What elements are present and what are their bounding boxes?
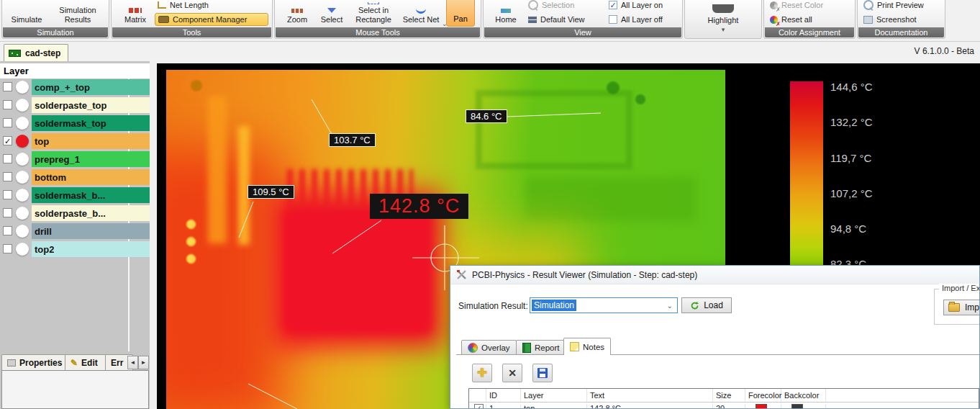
tab-properties[interactable]: Properties — [1, 354, 75, 370]
temperature-annotation[interactable]: 103.7 °C — [329, 133, 376, 147]
layer-color-circle[interactable] — [16, 189, 29, 202]
zoom-label: Zoom — [287, 15, 307, 24]
layer-row-top[interactable]: ✓ top — [0, 133, 150, 149]
layer-visibility-checkbox[interactable] — [3, 172, 12, 181]
simulate-button[interactable]: Simulate — [5, 0, 48, 27]
layer-row-top2[interactable]: top2 — [0, 241, 150, 257]
arrow-right-icon: ► — [141, 359, 147, 366]
select-in-rectangle-button[interactable]: Select in Rectangle — [351, 0, 396, 27]
layer-color-circle[interactable] — [16, 225, 29, 238]
simulation-result-combobox[interactable]: Simulation ⌄ — [530, 297, 678, 313]
all-layer-off-button[interactable]: All Layer off — [606, 13, 685, 26]
report-tab-label: Report — [535, 343, 560, 352]
layer-row-solderpaste-top[interactable]: solderpaste_top — [0, 97, 150, 113]
layer-visibility-checkbox[interactable] — [3, 154, 12, 163]
matrix-button[interactable]: Matrix — [117, 0, 153, 27]
layer-color-circle[interactable] — [16, 243, 29, 256]
column-header-size[interactable]: Size — [713, 389, 745, 402]
layer-row-soldermask-bottom[interactable]: soldermask_b... — [0, 187, 150, 203]
layer-name: top — [35, 133, 49, 149]
tab-overlay[interactable]: Overlay — [461, 340, 517, 355]
highlight-button[interactable]: Highlight ▾ — [688, 0, 758, 35]
tab-notes[interactable]: Notes — [563, 338, 611, 355]
pad-dot — [186, 237, 196, 246]
save-notes-button[interactable] — [532, 364, 553, 382]
delete-note-button[interactable]: ✕ — [502, 364, 522, 382]
layer-color-circle[interactable] — [16, 171, 29, 184]
column-header-backcolor[interactable]: Backcolor — [781, 389, 826, 402]
row-checkbox[interactable]: ✓ — [474, 404, 484, 409]
row-select-cell[interactable]: ✓ — [469, 404, 486, 409]
column-header-text[interactable]: Text — [587, 389, 713, 402]
cell-layer: top — [521, 404, 587, 409]
tab-scroll-left-button[interactable]: ◄ — [127, 356, 138, 369]
pan-label: Pan — [453, 14, 468, 23]
layer-color-circle[interactable] — [16, 135, 29, 148]
layer-color-circle[interactable] — [16, 207, 29, 220]
select-button[interactable]: Select — [316, 0, 348, 27]
simulation-results-button[interactable]: Simulation Results — [50, 0, 106, 27]
zoom-button[interactable]: Zoom — [281, 0, 314, 27]
print-preview-button[interactable]: Print Preview — [861, 0, 947, 12]
net-length-button[interactable]: Net Length — [155, 0, 274, 12]
tab-scroll-right-button[interactable]: ► — [138, 356, 149, 369]
report-icon — [522, 343, 531, 353]
layer-color-circle[interactable] — [16, 117, 29, 130]
layer-visibility-checkbox[interactable] — [3, 244, 12, 253]
properties-icon — [7, 359, 16, 367]
dialog-title-bar[interactable]: PCBI-Physics - Result Viewer (Simulation… — [450, 266, 979, 284]
table-row[interactable]: ✓ 1 top 142.8 °C 20 — [469, 403, 979, 409]
column-header-layer[interactable]: Layer — [521, 389, 587, 402]
layer-color-circle[interactable] — [16, 99, 29, 112]
scale-label: 144,6 °C — [830, 81, 899, 94]
default-view-button[interactable]: Default View — [525, 13, 607, 26]
layer-visibility-checkbox[interactable] — [3, 118, 12, 127]
tab-report[interactable]: Report — [516, 340, 566, 355]
temperature-annotation[interactable]: 109.5 °C — [248, 185, 294, 199]
layer-row-comp-top[interactable]: comp_+_top — [0, 79, 150, 95]
ribbon-group-highlight: Highlight ▾ — [684, 0, 762, 39]
layer-visibility-checkbox[interactable] — [3, 226, 12, 235]
load-button[interactable]: Load — [681, 297, 732, 313]
temperature-annotation-max[interactable]: 142.8 °C — [370, 194, 468, 219]
tab-cad-step[interactable]: cad-step — [4, 44, 68, 61]
column-header-id[interactable]: ID — [486, 389, 521, 402]
layer-color-circle[interactable] — [16, 81, 29, 94]
layer-visibility-checkbox[interactable] — [3, 82, 12, 91]
select-net-button[interactable]: Select Net — [401, 0, 441, 27]
screenshot-button[interactable]: Screenshot — [861, 13, 947, 26]
backcolor-swatch[interactable] — [791, 404, 803, 409]
layer-row-soldermask-top[interactable]: soldermask_top — [0, 115, 150, 131]
view-group-label: View — [484, 27, 681, 37]
layer-visibility-checkbox[interactable]: ✓ — [3, 136, 12, 145]
all-layer-on-button[interactable]: ✓ All Layer on — [606, 0, 685, 12]
home-button[interactable]: Home — [489, 0, 523, 27]
reset-color-button[interactable]: Reset Color — [767, 0, 856, 12]
home-label: Home — [495, 15, 516, 24]
layer-row-solderpaste-bottom[interactable]: solderpaste_b... — [0, 205, 150, 221]
reset-color-label: Reset Color — [781, 1, 823, 9]
combobox-chevron-icon[interactable]: ⌄ — [667, 302, 673, 310]
layer-row-bottom[interactable]: bottom — [0, 169, 150, 185]
save-icon — [537, 368, 548, 378]
layer-row-drill[interactable]: drill — [0, 223, 150, 239]
reset-all-button[interactable]: Reset all — [767, 13, 856, 26]
select-column-header — [469, 389, 486, 402]
version-label: V 6.1.0.0 - Beta — [915, 46, 974, 56]
highlight-chevron-icon: ▾ — [722, 27, 725, 33]
layer-visibility-checkbox[interactable] — [3, 100, 12, 109]
column-header-forecolor[interactable]: Forecolor — [745, 389, 781, 402]
edit-tab-label: Edit — [81, 358, 98, 368]
highlight-label: Highlight — [708, 16, 739, 25]
forecolor-swatch[interactable] — [756, 404, 767, 409]
layer-row-prepreg-1[interactable]: prepreg_1 — [0, 151, 150, 167]
layer-color-circle[interactable] — [16, 153, 29, 166]
import-button[interactable]: Imp — [943, 300, 980, 315]
add-note-button[interactable]: ✚ — [472, 364, 492, 382]
pan-button[interactable]: Pan — [446, 0, 475, 27]
layer-visibility-checkbox[interactable] — [3, 208, 12, 217]
component-manager-button[interactable]: Component Manager — [155, 13, 268, 26]
layer-visibility-checkbox[interactable] — [3, 190, 12, 199]
temperature-annotation[interactable]: 84.6 °C — [466, 109, 507, 123]
selection-button[interactable]: Selection — [525, 0, 607, 12]
